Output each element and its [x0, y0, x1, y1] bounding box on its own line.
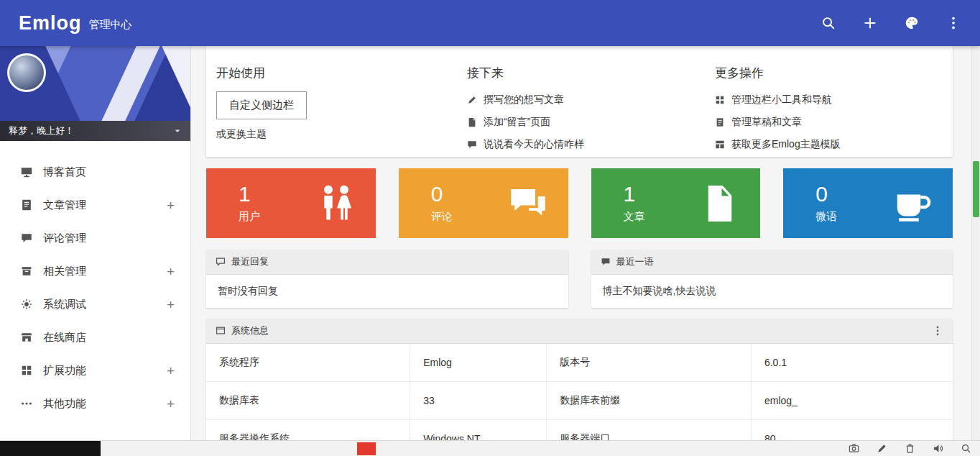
recent-word-body[interactable]: 博主不知要说啥,快去说说	[591, 275, 953, 308]
theme-layout-icon	[715, 140, 725, 150]
app-title: 管理中心	[89, 18, 132, 32]
menu-label: 文章管理	[43, 199, 86, 212]
manage-widgets-link[interactable]: 管理边栏小工具和导航	[715, 88, 953, 111]
info-key: 版本号	[547, 344, 752, 382]
monitor-icon	[20, 165, 33, 178]
sidebar-menu: 博客首页 文章管理 + 评论管理 相关管理 + 系统调试 + 在线商店 扩展功能	[0, 141, 190, 420]
link-label: 撰写您的想写文章	[484, 94, 564, 106]
expand-plus-icon: +	[167, 265, 175, 278]
quote-bubble-icon	[601, 257, 611, 267]
screenshot-icon[interactable]	[849, 443, 859, 454]
info-value: 80	[751, 420, 953, 441]
table-row: 数据库表 33 数据库表前缀 emlog_	[206, 382, 953, 420]
avatar[interactable]	[7, 53, 46, 92]
article-icon	[20, 199, 33, 211]
info-key: 数据库表前缀	[547, 382, 752, 420]
draft-doc-icon	[715, 117, 725, 127]
sidebar-item-articles[interactable]: 文章管理 +	[0, 188, 190, 222]
overflow-menu-icon[interactable]	[946, 15, 961, 31]
column-title: 接下来	[467, 65, 715, 81]
users-icon	[314, 182, 357, 225]
stat-card-articles[interactable]: 1 文章	[591, 168, 761, 238]
taskbar-dark-segment	[0, 441, 101, 456]
next-steps-column: 接下来 撰写您的想写文章 添加“留言”页面 说说看今天的心情咋样	[467, 65, 715, 157]
link-label: 获取更多Emlog主题模版	[731, 138, 841, 151]
menu-label: 评论管理	[43, 232, 86, 245]
scrollbar-thumb[interactable]	[973, 161, 979, 217]
trash-icon[interactable]	[905, 443, 915, 454]
stat-card-users[interactable]: 1 用户	[206, 168, 376, 238]
sidebar-item-blog-home[interactable]: 博客首页	[0, 155, 190, 188]
add-icon[interactable]	[862, 15, 878, 31]
theme-palette-icon[interactable]	[904, 15, 920, 31]
comments-icon	[507, 182, 550, 225]
table-row: 服务器操作系统 Windows NT 服务器端口 80	[206, 420, 953, 441]
column-title: 更多操作	[715, 65, 953, 81]
app-logo: Emlog	[19, 12, 82, 35]
search-icon[interactable]	[820, 15, 836, 31]
sidebar-item-extensions[interactable]: 扩展功能 +	[0, 354, 190, 387]
info-value: 6.0.1	[751, 344, 953, 382]
sidebar-item-other[interactable]: 其他功能 +	[0, 387, 190, 420]
status-bar-tools	[849, 441, 971, 456]
customize-sidebar-button[interactable]: 自定义侧边栏	[216, 91, 307, 119]
taskbar-app-icon[interactable]	[357, 442, 376, 455]
sidebar-item-system-debug[interactable]: 系统调试 +	[0, 288, 190, 321]
menu-label: 扩展功能	[43, 364, 86, 378]
menu-label: 在线商店	[43, 331, 86, 345]
menu-label: 博客首页	[43, 165, 86, 179]
stat-card-comments[interactable]: 0 评论	[399, 168, 568, 238]
recent-panels: 最近回复 暂时没有回复 最近一语 博主不知要说啥,快去说说	[206, 250, 953, 308]
system-info-table: 系统程序 Emlog 版本号 6.0.1 数据库表 33 数据库表前缀 emlo…	[206, 344, 953, 440]
widgets-grid-icon	[715, 95, 725, 105]
vertical-scrollbar[interactable]	[971, 46, 980, 440]
store-icon	[20, 331, 33, 344]
link-label: 说说看今天的心情咋样	[484, 138, 584, 151]
link-label: 添加“留言”页面	[484, 116, 550, 129]
pencil-icon	[467, 95, 477, 105]
panel-header: 系统信息	[206, 319, 953, 344]
change-theme-link[interactable]: 或更换主题	[216, 128, 467, 141]
expand-plus-icon: +	[167, 199, 175, 212]
column-title: 开始使用	[216, 65, 467, 81]
panel-kebab-menu-icon[interactable]	[932, 325, 943, 337]
bottom-status-bar	[0, 440, 980, 456]
info-value: emlog_	[751, 382, 953, 420]
expand-plus-icon: +	[167, 364, 175, 378]
system-info-panel: 系统信息 系统程序 Emlog 版本号 6.0.1 数据库表 33 数据库表前缀…	[206, 319, 953, 440]
topbar: Emlog 管理中心	[0, 0, 980, 46]
panel-title: 最近回复	[231, 255, 269, 268]
chevron-down-icon	[173, 127, 182, 135]
comment-icon	[20, 232, 33, 245]
extension-icon	[20, 364, 33, 377]
ellipsis-icon	[20, 397, 33, 410]
link-label: 管理边栏小工具和导航	[731, 94, 832, 106]
coffee-cup-icon	[891, 182, 934, 225]
recent-word-panel: 最近一语 博主不知要说啥,快去说说	[591, 250, 953, 308]
post-mood-link[interactable]: 说说看今天的心情咋样	[467, 133, 715, 155]
menu-label: 系统调试	[43, 298, 86, 311]
recent-replies-body: 暂时没有回复	[206, 275, 568, 308]
zoom-search-icon[interactable]	[961, 443, 971, 454]
info-value: Emlog	[410, 344, 547, 382]
get-themes-link[interactable]: 获取更多Emlog主题模版	[715, 133, 953, 155]
profile-header: 释梦，晚上好！	[0, 46, 190, 141]
sidebar-item-store[interactable]: 在线商店	[0, 321, 190, 354]
menu-label: 其他功能	[43, 397, 86, 411]
volume-icon[interactable]	[933, 443, 943, 454]
write-article-link[interactable]: 撰写您的想写文章	[467, 88, 715, 111]
topbar-actions	[820, 15, 961, 31]
add-page-link[interactable]: 添加“留言”页面	[467, 111, 715, 133]
info-value: Windows NT	[410, 420, 547, 441]
manage-drafts-link[interactable]: 管理草稿和文章	[715, 111, 953, 133]
edit-icon[interactable]	[877, 443, 887, 454]
panel-title: 系统信息	[231, 324, 269, 337]
more-actions-column: 更多操作 管理边栏小工具和导航 管理草稿和文章 获取更多Emlog主题模版	[715, 65, 953, 157]
info-key: 服务器操作系统	[206, 420, 410, 441]
sidebar-item-related[interactable]: 相关管理 +	[0, 255, 190, 288]
stat-card-microblog[interactable]: 0 微语	[783, 168, 953, 238]
user-greeting-dropdown[interactable]: 释梦，晚上好！	[0, 121, 190, 141]
sidebar-item-comments[interactable]: 评论管理	[0, 222, 190, 255]
expand-plus-icon: +	[167, 298, 175, 311]
panel-header: 最近一语	[591, 250, 953, 275]
